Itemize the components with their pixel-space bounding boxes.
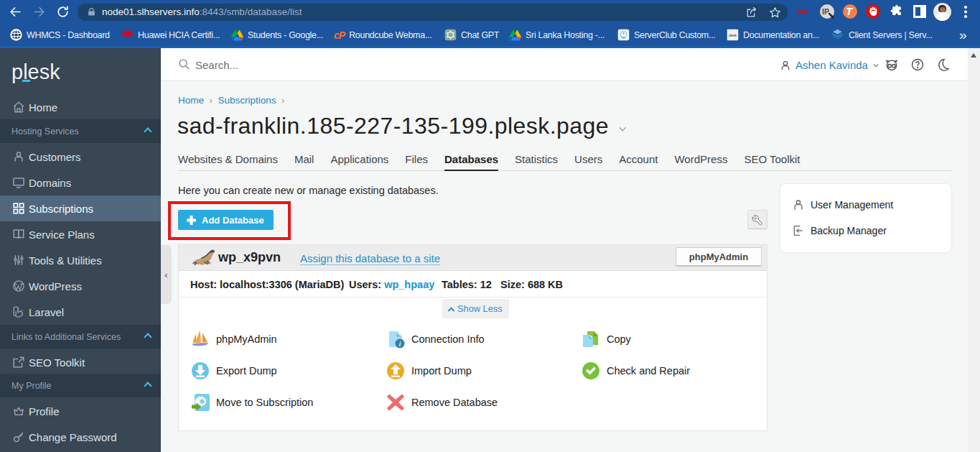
svg-text:plesk: plesk	[729, 34, 737, 37]
